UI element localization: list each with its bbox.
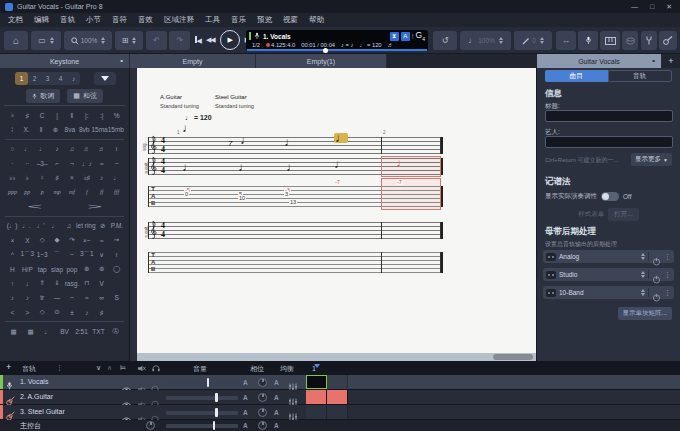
palette-symbol[interactable]: · (5, 160, 20, 167)
note-symbol[interactable]: ♩ (182, 123, 194, 133)
palette-symbol[interactable]: ‖ (65, 112, 80, 119)
volume-slider[interactable] (166, 396, 238, 400)
palette-symbol[interactable]: ○ (5, 145, 20, 152)
palette-symbol[interactable]: ▦ (5, 328, 22, 336)
palette-symbol[interactable]: > (0, 202, 130, 211)
voice-button[interactable]: ♪ (67, 72, 80, 85)
mastering-effect-row[interactable]: Studio⋮ (543, 268, 674, 281)
palette-symbol[interactable]: × (65, 174, 80, 181)
palette-symbol[interactable]: mf (65, 189, 80, 195)
palette-symbol[interactable]: 15mb (108, 126, 124, 133)
note-symbol[interactable]: ♩ (334, 159, 346, 169)
collapse-icon[interactable]: ∨ (96, 364, 101, 372)
relative-speed-control[interactable]: ♩100% (460, 31, 511, 50)
palette-symbol[interactable]: ⊓ (79, 279, 94, 287)
palette-symbol[interactable]: ⊕ (79, 265, 94, 273)
master-pan-knob[interactable] (146, 421, 155, 430)
palette-symbol[interactable]: ♫ (62, 222, 76, 229)
palette-symbol[interactable]: P.M. (110, 222, 124, 229)
score-page[interactable]: A.Guitar Standard tuning Steel Guitar St… (137, 68, 536, 353)
palette-symbol[interactable]: 3⌒1 (79, 250, 94, 259)
palette-symbol[interactable]: ⊕ (48, 126, 62, 134)
selected-measure-highlight[interactable] (381, 178, 441, 210)
master-phase-knob[interactable] (258, 421, 267, 430)
voice-button[interactable]: 3 (41, 72, 54, 85)
tuning-badge-icon[interactable]: A (401, 32, 410, 41)
slider-handle[interactable] (215, 393, 218, 402)
palette-symbol[interactable]: H (5, 266, 20, 273)
playback-progress-handle[interactable] (323, 48, 328, 53)
menu-item[interactable]: 音乐 (231, 15, 246, 25)
palette-symbol[interactable]: ♩ (48, 222, 62, 229)
palette-symbol[interactable]: tap (35, 266, 50, 273)
palette-symbol[interactable]: ↓ (20, 280, 35, 287)
menu-item[interactable]: 工具 (205, 15, 220, 25)
transport-lcd[interactable]: 1. Vocals ⧗ A ! G4 1/2 4.125:4.0 00:01 /… (246, 30, 428, 51)
power-button-icon[interactable] (652, 252, 661, 261)
tab-song[interactable]: 曲目 (545, 70, 608, 82)
palette-symbol[interactable]: ≈ (94, 237, 109, 244)
kebab-menu-icon[interactable]: ⋮ (664, 253, 671, 261)
note-symbol[interactable]: ♩ (182, 162, 194, 172)
volume-slider[interactable] (166, 381, 238, 385)
fret-number[interactable]: -7 (396, 179, 403, 185)
effect-stepper-icon[interactable] (641, 271, 645, 278)
palette-symbol[interactable]: × (5, 237, 20, 244)
palette-symbol[interactable]: ♫ (65, 145, 80, 152)
add-document-tab-button[interactable]: + (662, 54, 680, 68)
palette-symbol[interactable]: p (35, 189, 50, 195)
mastering-effect-row[interactable]: 10-Band⋮ (543, 286, 674, 299)
palette-symbol[interactable]: ♪ (94, 174, 109, 181)
palette-symbol[interactable]: :| (94, 112, 109, 119)
palette-symbol[interactable]: |: (79, 112, 94, 119)
palette-symbol[interactable]: ◇ (35, 308, 50, 316)
palette-symbol[interactable]: rasg. (65, 280, 80, 287)
fret-number[interactable]: 13 (289, 199, 297, 205)
master-channel-row[interactable]: 主控台 A A (0, 420, 680, 431)
countdown-control[interactable]: 0 (514, 31, 552, 50)
palette-symbol[interactable]: ×~ (79, 237, 94, 244)
rewind-button[interactable]: ◀◀ (206, 36, 215, 44)
palette-symbol[interactable]: ♯ (94, 309, 109, 316)
palette-symbol[interactable]: 8va (63, 126, 77, 133)
palette-symbol[interactable]: ♭♯ (79, 174, 94, 182)
voice-button[interactable]: 4 (54, 72, 67, 85)
palette-symbol[interactable]: ~ (65, 251, 80, 258)
title-input[interactable] (545, 110, 673, 122)
palette-symbol[interactable]: ∨ (94, 251, 109, 259)
palette-symbol[interactable]: ♪ (5, 294, 20, 301)
zoom-control[interactable]: 100% (64, 31, 112, 50)
menu-item[interactable]: 文档 (8, 15, 23, 25)
palette-symbol[interactable]: ♪ (79, 309, 94, 316)
mixer-track-row[interactable]: 2. A.GuitarAA (0, 390, 680, 405)
palette-symbol[interactable]: V (94, 280, 109, 287)
note-symbol[interactable]: ♩ (396, 158, 408, 168)
palette-symbol[interactable]: (♩) (5, 222, 19, 229)
palette-symbol[interactable]: ⊙ (50, 308, 65, 316)
play-button[interactable]: ▶ (220, 30, 240, 50)
palette-symbol[interactable]: ¬ (65, 160, 80, 167)
palette-symbol[interactable]: ppp (5, 189, 20, 195)
measure-cell[interactable] (306, 390, 327, 404)
kebab-menu-icon[interactable]: ⋮ (664, 271, 671, 279)
phase-knob[interactable] (258, 393, 267, 402)
artist-input[interactable] (545, 136, 673, 148)
measure-cell[interactable] (306, 375, 327, 389)
palette-symbol[interactable]: 1~3 (35, 251, 50, 258)
measure-cell[interactable] (327, 405, 348, 419)
palette-symbol[interactable]: > (20, 309, 35, 316)
power-button-icon[interactable] (652, 288, 661, 297)
virtual-keyboard-button[interactable] (600, 31, 620, 50)
note-symbol[interactable]: ♩ (334, 133, 348, 143)
palette-symbol[interactable]: ⁞ (5, 126, 19, 133)
menu-item[interactable]: 编辑 (34, 15, 49, 25)
palette-symbol[interactable]: let ring (76, 222, 96, 229)
palette-symbol[interactable]: fff (109, 189, 124, 195)
voice-dropdown-button[interactable] (94, 72, 116, 85)
home-button[interactable]: ⌂ (4, 31, 28, 50)
undo-button[interactable]: ↶ (146, 31, 167, 50)
open-stylesheet-button[interactable]: 打开... (608, 208, 638, 221)
slider-handle[interactable] (213, 421, 216, 430)
palette-symbol[interactable]: ♪ (50, 145, 65, 152)
rest-symbol[interactable]: 7 (228, 139, 232, 148)
